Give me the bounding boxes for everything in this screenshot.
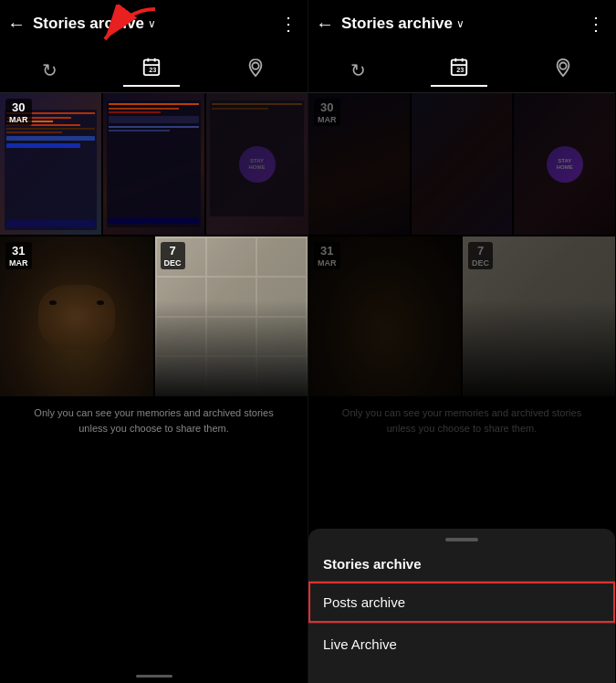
right-story-thumb-portrait: 31 Mar	[308, 236, 461, 396]
page-title: Stories archive	[33, 15, 144, 33]
right-archive-info-text: Only you can see your memories and archi…	[308, 396, 615, 445]
sheet-item-posts-archive-label: Posts archive	[323, 594, 405, 610]
right-title-row[interactable]: Stories archive ∨	[341, 15, 583, 33]
left-panel: ← Stories archive ∨ ⋮ ↻ 23	[0, 0, 308, 683]
back-button[interactable]: ←	[7, 10, 33, 38]
right-story-thumb-3: STAYHOME	[514, 93, 615, 235]
right-tabs-row: ↻ 23	[308, 47, 615, 93]
tab-location[interactable]	[227, 54, 284, 86]
right-date-badge-30mar: 30 Mar	[314, 99, 340, 126]
title-row[interactable]: Stories archive ∨	[33, 15, 276, 33]
right-story-thumb-1: 30 Mar	[308, 93, 410, 235]
story-thumb-3[interactable]: STAYHOME	[206, 93, 308, 235]
sheet-title: Stories archive	[308, 549, 615, 581]
svg-text:23: 23	[149, 66, 156, 74]
story-row-march30: 30 Mar	[0, 93, 308, 235]
date-badge-31mar: 31 Mar	[5, 242, 32, 269]
right-more-options-button[interactable]: ⋮	[583, 9, 608, 38]
tabs-row: ↻ 23	[0, 47, 308, 93]
tab-calendar[interactable]: 23	[123, 53, 180, 87]
story-thumb-1[interactable]: 30 Mar	[0, 93, 101, 235]
right-tab-recent[interactable]: ↻	[332, 56, 384, 85]
sheet-item-live-archive[interactable]: Live Archive	[308, 624, 615, 665]
right-panel: ← Stories archive ∨ ⋮ ↻ 23	[308, 0, 615, 683]
stories-grid: 30 Mar	[0, 93, 308, 683]
story-thumb-tiles[interactable]: 7 Dec	[155, 236, 308, 396]
right-page-title: Stories archive	[341, 15, 453, 33]
right-date-badge-7dec: 7 Dec	[468, 242, 493, 269]
right-story-thumb-tiles: 7 Dec	[463, 236, 615, 396]
date-badge-7dec: 7 Dec	[161, 242, 185, 269]
date-badge-30mar: 30 Mar	[5, 99, 32, 126]
svg-point-6	[252, 63, 258, 69]
bottom-sheet: Stories archive Posts archive Live Archi…	[308, 529, 615, 683]
sheet-item-live-archive-label: Live Archive	[323, 636, 397, 652]
chevron-down-icon: ∨	[148, 17, 156, 30]
archive-info-text: Only you can see your memories and archi…	[0, 396, 308, 445]
story-thumb-portrait[interactable]: 31 Mar	[0, 236, 153, 396]
right-story-row-march30: 30 Mar STAYHOME	[308, 93, 615, 235]
left-header: ← Stories archive ∨ ⋮	[0, 0, 308, 47]
right-tab-calendar[interactable]: 23	[431, 53, 487, 87]
right-tab-location[interactable]	[535, 54, 591, 86]
story-row-march31: 31 Mar 7 Dec	[0, 236, 308, 396]
right-story-thumb-2	[412, 93, 513, 235]
right-header: ← Stories archive ∨ ⋮	[308, 0, 615, 47]
more-options-button[interactable]: ⋮	[276, 9, 300, 38]
right-date-badge-31mar: 31 Mar	[314, 242, 340, 269]
right-back-button[interactable]: ←	[316, 10, 341, 38]
svg-text:23: 23	[457, 66, 465, 74]
story-thumb-2[interactable]	[103, 93, 204, 235]
right-story-row-march31: 31 Mar 7 Dec	[308, 236, 615, 396]
sheet-item-posts-archive[interactable]: Posts archive	[308, 582, 615, 623]
scroll-indicator	[136, 675, 172, 678]
tab-recent[interactable]: ↻	[24, 56, 76, 85]
right-chevron-down-icon: ∨	[456, 17, 465, 30]
sheet-handle	[445, 538, 478, 541]
svg-point-12	[559, 63, 566, 69]
